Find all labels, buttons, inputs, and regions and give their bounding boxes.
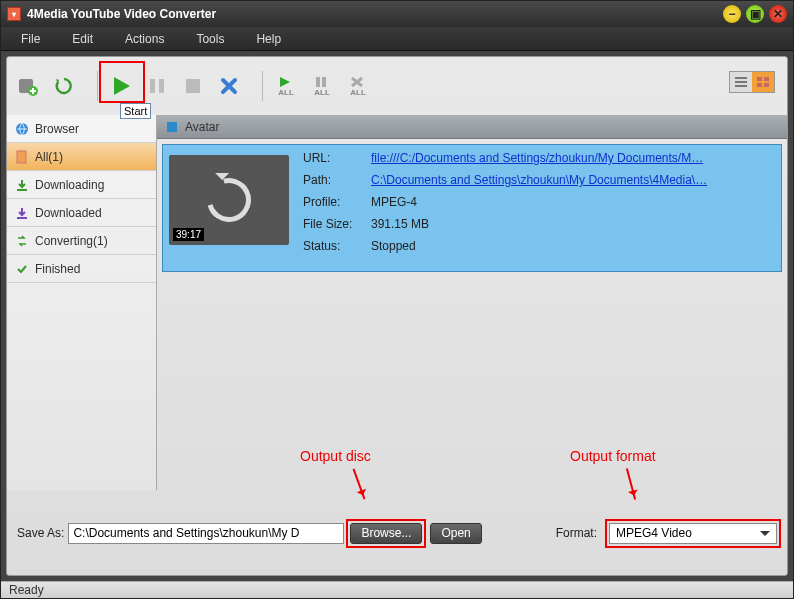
tab-bar: Avatar bbox=[157, 115, 787, 139]
sidebar-label: All(1) bbox=[35, 150, 63, 164]
svg-rect-15 bbox=[17, 151, 26, 163]
svg-rect-6 bbox=[322, 77, 326, 87]
svg-rect-12 bbox=[757, 83, 762, 87]
grid-view-button[interactable] bbox=[752, 72, 774, 92]
sidebar-item-browser[interactable]: Browser bbox=[7, 115, 156, 143]
sidebar-label: Converting(1) bbox=[35, 234, 108, 248]
format-label: Format: bbox=[556, 526, 597, 540]
list-icon bbox=[734, 76, 748, 88]
globe-icon bbox=[15, 122, 29, 136]
pause-button[interactable] bbox=[144, 73, 170, 99]
status-bar: Ready bbox=[1, 581, 793, 598]
annotation-format-box: MPEG4 Video bbox=[605, 519, 781, 548]
footer-bar: Save As: Browse... Open Format: MPEG4 Vi… bbox=[13, 515, 781, 551]
downloaded-icon bbox=[15, 206, 29, 220]
size-label: File Size: bbox=[303, 217, 371, 231]
convert-icon bbox=[15, 234, 29, 248]
tab-indicator bbox=[167, 122, 177, 132]
sidebar-label: Downloading bbox=[35, 178, 104, 192]
browse-button[interactable]: Browse... bbox=[350, 523, 422, 544]
sidebar-item-converting[interactable]: Converting(1) bbox=[7, 227, 156, 255]
status-text: Ready bbox=[9, 583, 44, 597]
menu-actions[interactable]: Actions bbox=[109, 29, 180, 49]
title-bar[interactable]: ▾ 4Media YouTube Video Converter − ▣ ✕ bbox=[1, 1, 793, 27]
main-panel: Avatar 39:17 URL:file:///C:/Documents an… bbox=[157, 115, 787, 490]
svg-rect-8 bbox=[735, 81, 747, 83]
svg-rect-7 bbox=[735, 77, 747, 79]
item-list: 39:17 URL:file:///C:/Documents and Setti… bbox=[157, 139, 787, 277]
size-value: 391.15 MB bbox=[371, 217, 775, 231]
remove-button[interactable] bbox=[216, 73, 242, 99]
url-value[interactable]: file:///C:/Documents and Settings/zhouku… bbox=[371, 151, 775, 165]
menu-tools[interactable]: Tools bbox=[180, 29, 240, 49]
minimize-button[interactable]: − bbox=[723, 5, 741, 23]
sidebar-item-downloading[interactable]: Downloading bbox=[7, 171, 156, 199]
reload-icon bbox=[199, 170, 259, 230]
status-label: Status: bbox=[303, 239, 371, 253]
svg-rect-2 bbox=[150, 79, 155, 93]
path-value[interactable]: C:\Documents and Settings\zhoukun\My Doc… bbox=[371, 173, 775, 187]
svg-rect-3 bbox=[159, 79, 164, 93]
main-body: Browser All(1) Downloading Downloaded Co… bbox=[7, 115, 787, 490]
status-value: Stopped bbox=[371, 239, 775, 253]
refresh-button[interactable] bbox=[51, 73, 77, 99]
sidebar: Browser All(1) Downloading Downloaded Co… bbox=[7, 115, 157, 490]
sidebar-label: Downloaded bbox=[35, 206, 102, 220]
video-metadata: URL:file:///C:/Documents and Settings/zh… bbox=[303, 151, 775, 265]
close-button[interactable]: ✕ bbox=[769, 5, 787, 23]
sidebar-label: Browser bbox=[35, 122, 79, 136]
page-icon bbox=[15, 150, 29, 164]
video-thumbnail[interactable]: 39:17 bbox=[169, 155, 289, 245]
new-task-button[interactable] bbox=[15, 73, 41, 99]
download-icon bbox=[15, 178, 29, 192]
sidebar-label: Finished bbox=[35, 262, 80, 276]
app-window: ▾ 4Media YouTube Video Converter − ▣ ✕ F… bbox=[0, 0, 794, 599]
svg-rect-13 bbox=[764, 83, 769, 87]
svg-rect-11 bbox=[764, 77, 769, 81]
video-duration: 39:17 bbox=[173, 228, 204, 241]
view-mode-toggle bbox=[729, 71, 775, 93]
list-view-button[interactable] bbox=[730, 72, 752, 92]
annotation-start-hint: Start bbox=[120, 103, 151, 119]
format-select[interactable]: MPEG4 Video bbox=[609, 523, 777, 544]
menu-edit[interactable]: Edit bbox=[56, 29, 109, 49]
annotation-output-disc: Output disc bbox=[300, 448, 371, 464]
stop-button[interactable] bbox=[180, 73, 206, 99]
profile-label: Profile: bbox=[303, 195, 371, 209]
profile-value: MPEG-4 bbox=[371, 195, 775, 209]
start-all-button[interactable]: ALL bbox=[273, 73, 299, 99]
tab-title: Avatar bbox=[185, 120, 219, 134]
path-label: Path: bbox=[303, 173, 371, 187]
grid-icon bbox=[756, 76, 770, 88]
video-item[interactable]: 39:17 URL:file:///C:/Documents and Setti… bbox=[162, 144, 782, 272]
saveas-label: Save As: bbox=[17, 526, 64, 540]
svg-rect-9 bbox=[735, 85, 747, 87]
svg-rect-16 bbox=[17, 189, 27, 191]
annotation-start-box bbox=[99, 61, 145, 103]
check-icon bbox=[15, 262, 29, 276]
menu-help[interactable]: Help bbox=[240, 29, 297, 49]
format-value: MPEG4 Video bbox=[616, 526, 692, 540]
saveas-input[interactable] bbox=[68, 523, 344, 544]
window-title: 4Media YouTube Video Converter bbox=[27, 7, 718, 21]
svg-rect-17 bbox=[17, 217, 27, 219]
sidebar-item-all[interactable]: All(1) bbox=[7, 143, 156, 171]
sidebar-item-downloaded[interactable]: Downloaded bbox=[7, 199, 156, 227]
svg-rect-4 bbox=[186, 79, 200, 93]
content-area: ALL ALL ALL bbox=[6, 56, 788, 576]
menu-bar: File Edit Actions Tools Help bbox=[1, 27, 793, 51]
pause-all-button[interactable]: ALL bbox=[309, 73, 335, 99]
svg-rect-10 bbox=[757, 77, 762, 81]
maximize-button[interactable]: ▣ bbox=[746, 5, 764, 23]
url-label: URL: bbox=[303, 151, 371, 165]
annotation-browse-box: Browse... bbox=[346, 519, 426, 548]
app-icon: ▾ bbox=[7, 7, 21, 21]
svg-rect-5 bbox=[316, 77, 320, 87]
sidebar-item-finished[interactable]: Finished bbox=[7, 255, 156, 283]
annotation-output-format: Output format bbox=[570, 448, 656, 464]
open-button[interactable]: Open bbox=[430, 523, 481, 544]
menu-file[interactable]: File bbox=[5, 29, 56, 49]
remove-all-button[interactable]: ALL bbox=[345, 73, 371, 99]
